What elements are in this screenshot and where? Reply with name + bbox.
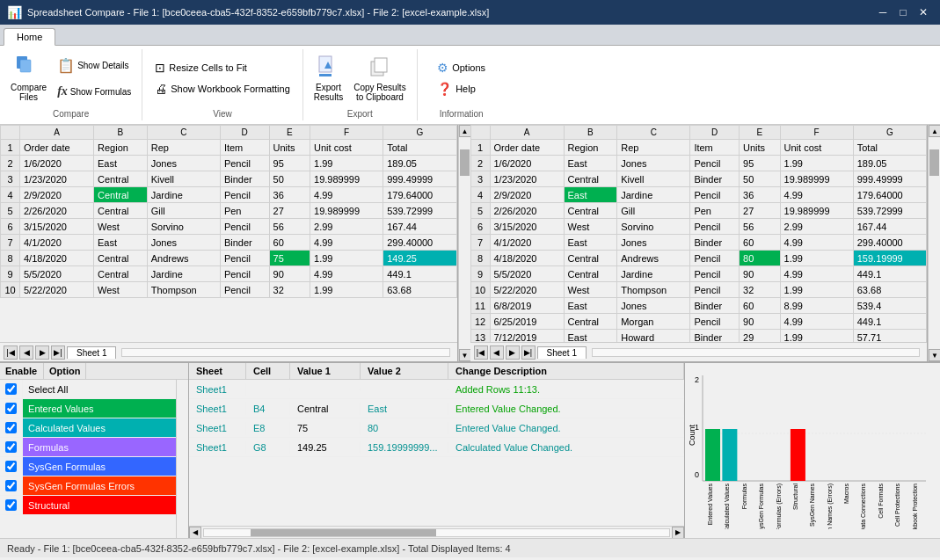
cell-A[interactable]: 2/26/2020 (20, 203, 94, 219)
cell-B[interactable]: Central (564, 266, 617, 282)
cell-A[interactable]: 1/23/2020 (20, 171, 94, 187)
cell-B[interactable]: East (564, 187, 617, 203)
cell-F[interactable]: 1.99 (310, 251, 383, 266)
cell-B[interactable]: East (564, 235, 617, 251)
legend-check-input[interactable] (5, 499, 17, 511)
cell-C[interactable]: Rep (147, 140, 220, 156)
legend-checkbox[interactable] (0, 418, 23, 437)
vscroll-right[interactable]: ▲ ▼ (928, 125, 940, 361)
vscroll-up-left[interactable]: ▲ (459, 125, 471, 137)
cell-row[interactable]: 6 (470, 219, 490, 235)
sheet-scrollbar-right[interactable] (592, 348, 920, 357)
sheet-nav-first-right[interactable]: |◀ (474, 345, 488, 360)
tab-home[interactable]: Home (4, 28, 55, 46)
cell-B[interactable]: East (564, 156, 617, 171)
cell-C[interactable]: Morgan (617, 314, 690, 330)
cell-A[interactable]: 1/23/2020 (490, 171, 564, 187)
cell-B[interactable]: Central (94, 266, 148, 282)
vscroll-down-left[interactable]: ▼ (459, 349, 471, 361)
cell-A[interactable]: Order date (490, 140, 564, 156)
cell-D[interactable]: Item (690, 140, 740, 156)
cell-G[interactable]: 539.4 (853, 298, 926, 314)
cell-E[interactable]: 95 (269, 156, 310, 171)
show-formulas-button[interactable]: fx Show Formulas (54, 79, 135, 104)
sheet-scrollbar-left[interactable] (121, 348, 449, 357)
cell-C[interactable]: Thompson (617, 282, 690, 298)
cell-row[interactable]: 2 (1, 156, 20, 171)
cell-B[interactable]: West (564, 219, 617, 235)
cell-F[interactable]: 1.99 (780, 330, 853, 343)
cell-F[interactable]: 4.99 (310, 266, 383, 282)
diff-hscroll[interactable]: ◀ ▶ (189, 526, 684, 538)
cell-row[interactable]: 1 (1, 140, 20, 156)
cell-row[interactable]: 7 (1, 235, 20, 251)
cell-E[interactable]: 95 (740, 156, 780, 171)
cell-B[interactable]: Central (564, 251, 617, 266)
sheet-nav-last-left[interactable]: ▶| (51, 345, 65, 360)
cell-G[interactable]: 299.40000 (853, 235, 926, 251)
cell-A[interactable]: 4/18/2020 (490, 251, 564, 266)
vscroll-left[interactable]: ▲ ▼ (458, 125, 470, 361)
cell-G[interactable]: 999.49999 (383, 171, 456, 187)
cell-F[interactable]: 4.99 (780, 266, 853, 282)
cell-C[interactable]: Jones (617, 298, 690, 314)
cell-D[interactable]: Pen (220, 203, 269, 219)
cell-E[interactable]: 60 (269, 235, 310, 251)
cell-row[interactable]: 4 (470, 187, 490, 203)
cell-C[interactable]: Gill (147, 203, 220, 219)
cell-C[interactable]: Jones (617, 156, 690, 171)
cell-D[interactable]: Pen (690, 203, 740, 219)
legend-checkbox[interactable] (0, 476, 23, 495)
diff-scroll-left[interactable]: ◀ (189, 527, 201, 539)
cell-C[interactable]: Jones (147, 235, 220, 251)
help-button[interactable]: ❓ Help (432, 80, 491, 98)
vscroll-up-right[interactable]: ▲ (929, 125, 940, 137)
sheet-tab-right[interactable]: Sheet 1 (537, 346, 587, 359)
cell-E[interactable]: 32 (740, 282, 780, 298)
cell-C[interactable]: Howard (617, 330, 690, 343)
cell-D[interactable]: Binder (220, 171, 269, 187)
cell-G[interactable]: 189.05 (383, 156, 456, 171)
cell-D[interactable]: Pencil (690, 251, 740, 266)
cell-E[interactable]: 56 (269, 219, 310, 235)
cell-A[interactable]: 3/15/2020 (490, 219, 564, 235)
legend-check-input[interactable] (5, 480, 17, 491)
legend-checkbox[interactable] (0, 457, 23, 476)
cell-D[interactable]: Pencil (690, 266, 740, 282)
cell-F[interactable]: 4.99 (310, 187, 383, 203)
cell-A[interactable]: 6/8/2019 (490, 298, 564, 314)
cell-G[interactable]: 539.72999 (853, 203, 926, 219)
cell-G[interactable]: 159.19999 (853, 251, 926, 266)
cell-D[interactable]: Pencil (220, 251, 269, 266)
cell-E[interactable]: 80 (740, 251, 780, 266)
legend-check-input[interactable] (5, 383, 17, 395)
cell-G[interactable]: 63.68 (853, 282, 926, 298)
cell-C[interactable]: Jardine (617, 266, 690, 282)
compare-files-button[interactable]: CompareFiles (7, 51, 50, 105)
legend-checkbox[interactable] (0, 438, 23, 456)
cell-F[interactable]: 19.989999 (310, 203, 383, 219)
cell-F[interactable]: 19.989999 (780, 203, 853, 219)
cell-G[interactable]: 449.1 (383, 266, 456, 282)
legend-check-input[interactable] (5, 422, 17, 433)
cell-D[interactable]: Pencil (220, 156, 269, 171)
sheet-nav-first-left[interactable]: |◀ (4, 345, 18, 360)
cell-B[interactable]: Central (564, 314, 617, 330)
legend-checkbox[interactable] (0, 380, 23, 398)
show-workbook-button[interactable]: 🖨 Show Workbook Formatting (149, 80, 295, 98)
cell-D[interactable]: Pencil (220, 219, 269, 235)
legend-checkbox[interactable] (0, 496, 23, 514)
cell-E[interactable]: 50 (740, 171, 780, 187)
cell-F[interactable]: 2.99 (310, 219, 383, 235)
cell-row[interactable]: 6 (1, 219, 20, 235)
cell-A[interactable]: Order date (20, 140, 94, 156)
cell-A[interactable]: 5/22/2020 (490, 282, 564, 298)
cell-row[interactable]: 10 (470, 282, 490, 298)
cell-row[interactable]: 13 (470, 330, 490, 343)
sheet-nav-next-right[interactable]: ▶ (506, 345, 520, 360)
cell-E[interactable]: Units (269, 140, 310, 156)
cell-D[interactable]: Pencil (220, 266, 269, 282)
cell-G[interactable]: 179.64000 (853, 187, 926, 203)
cell-A[interactable]: 1/6/2020 (20, 156, 94, 171)
cell-E[interactable]: 29 (740, 330, 780, 343)
